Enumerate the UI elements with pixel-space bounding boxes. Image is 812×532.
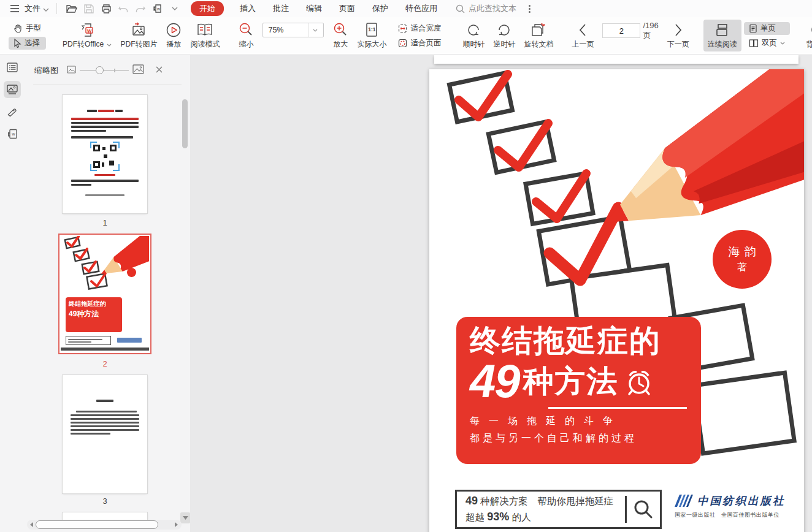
rotate-counterclockwise-button[interactable]: 逆时针	[489, 20, 519, 51]
continuous-read-icon	[714, 22, 730, 38]
thumbnail-page-2-selected[interactable]: 终结拖延症的 49种方法	[58, 234, 151, 354]
publisher-subtitle: 国家一级出版社 全国百佳图书出版单位	[673, 511, 799, 519]
prev-page-button[interactable]: 上一页	[567, 20, 598, 51]
scroll-left-button[interactable]	[27, 522, 36, 527]
continuous-read-button[interactable]: 连续阅读	[703, 20, 741, 51]
file-menu[interactable]: 文件	[25, 3, 40, 14]
select-tool-button[interactable]: 选择	[9, 37, 46, 50]
mini-promo-box	[66, 336, 111, 345]
rotate-document-button[interactable]: 旋转文档	[519, 20, 557, 51]
play-button[interactable]: 播放	[161, 20, 186, 51]
tab-protect[interactable]: 保护	[365, 1, 396, 16]
annotation-panel-icon[interactable]	[4, 103, 21, 120]
horizontal-scroll-thumb[interactable]	[36, 520, 158, 529]
book-title-number: 49	[470, 359, 519, 403]
scroll-down-button[interactable]	[180, 512, 190, 523]
thumbnail-page-3[interactable]	[63, 375, 147, 493]
tab-annotate[interactable]: 批注	[266, 1, 296, 16]
fit-page-icon	[398, 39, 407, 48]
dropdown-chevron-icon	[107, 44, 112, 47]
rotate-clockwise-button[interactable]: 顺时针	[458, 20, 489, 51]
rotate-counterclockwise-icon	[496, 22, 512, 38]
pdf-to-image-button[interactable]: PDF转图片	[116, 20, 161, 51]
rotate-document-icon	[530, 22, 547, 38]
print-icon[interactable]	[99, 2, 113, 15]
export-dropdown-icon[interactable]	[167, 2, 182, 15]
fit-width-icon	[398, 24, 407, 33]
single-page-button[interactable]: 单页	[744, 22, 790, 35]
tab-home[interactable]: 开始	[191, 1, 224, 16]
actual-size-button[interactable]: 1:1 实际大小	[353, 20, 391, 51]
more-options-icon[interactable]	[525, 4, 534, 14]
scroll-right-button[interactable]	[172, 522, 180, 527]
page-number-input[interactable]	[602, 23, 640, 38]
zoom-level-input[interactable]	[263, 26, 308, 34]
zoom-in-icon	[332, 22, 348, 38]
thumbnail-2-label: 2	[63, 359, 147, 368]
svg-text:w: w	[11, 132, 15, 136]
mini-author-badge	[127, 268, 136, 277]
read-mode-icon	[196, 23, 213, 37]
undo-icon[interactable]	[116, 2, 131, 15]
document-area[interactable]: 海韵 著 终结拖延症的 49 种方法	[190, 55, 812, 532]
toolbar: 手型 选择 W PDF转Office PDF转图片	[0, 17, 812, 55]
read-mode-button[interactable]: 阅读模式	[186, 20, 224, 51]
tab-special-apps[interactable]: 特色应用	[398, 1, 445, 16]
thumbnail-page-1[interactable]	[63, 95, 147, 213]
mini-title-block: 终结拖延症的 49种方法	[66, 297, 122, 332]
tab-edit[interactable]: 编辑	[299, 1, 329, 16]
thumbnail-small-icon[interactable]	[67, 65, 76, 76]
zoom-level-combobox[interactable]	[262, 23, 324, 37]
zoom-out-icon	[238, 22, 254, 38]
sidebar-horizontal-scrollbar[interactable]	[27, 520, 182, 530]
outline-panel-icon[interactable]	[4, 59, 21, 76]
svg-text:W: W	[87, 28, 92, 34]
publisher-name: 中国纺织出版社	[697, 493, 786, 508]
play-icon	[166, 22, 182, 38]
pdf-to-office-button[interactable]: W PDF转Office	[58, 20, 116, 51]
mini-cover-art	[61, 236, 149, 297]
sidebar-vertical-scrollbar[interactable]	[182, 99, 188, 148]
thumbnail-large-icon[interactable]	[132, 64, 144, 77]
rotate-clockwise-icon	[465, 22, 481, 38]
hand-icon	[13, 24, 23, 33]
author-badge: 海韵 著	[713, 230, 772, 289]
next-page-button[interactable]: 下一页	[663, 20, 694, 51]
tab-page[interactable]: 页面	[332, 1, 362, 16]
export-doc-icon[interactable]: w	[150, 2, 165, 15]
page-layout-group: 单页 双页	[741, 20, 792, 51]
slider-knob[interactable]	[96, 66, 104, 74]
page-2-cover: 海韵 著 终结拖延症的 49 种方法	[429, 69, 804, 532]
fit-page-button[interactable]: 适合页面	[393, 37, 446, 50]
zoom-dropdown-icon[interactable]	[308, 23, 321, 37]
hand-tool-button[interactable]: 手型	[9, 22, 46, 35]
hamburger-menu-icon[interactable]	[7, 2, 22, 15]
panel-title: 缩略图	[34, 65, 58, 76]
pdf-reader-window: 文件 w 开始 插入 批注 编辑 页面 保护 特色应用	[0, 0, 812, 532]
page-1-bottom-edge	[434, 55, 799, 64]
zoom-out-button[interactable]: 缩小	[234, 20, 258, 51]
open-file-icon[interactable]	[64, 2, 79, 15]
fit-group: 适合宽度 适合页面	[391, 20, 448, 51]
divider	[56, 3, 57, 14]
thumbnail-panel-icon[interactable]	[4, 81, 21, 98]
menu-bar: 文件 w 开始 插入 批注 编辑 页面 保护 特色应用	[0, 0, 812, 17]
fit-width-button[interactable]: 适合宽度	[393, 22, 446, 35]
zoom-in-button[interactable]: 放大	[328, 20, 353, 51]
close-panel-icon[interactable]	[155, 65, 163, 76]
tab-insert[interactable]: 插入	[232, 1, 263, 16]
double-page-button[interactable]: 双页	[744, 37, 790, 50]
save-icon[interactable]	[82, 2, 96, 15]
page-number-group: /196页	[598, 20, 662, 51]
book-subtitle-line2: 都是与另一个自己和解的过程	[470, 432, 689, 445]
thumbnail-size-slider[interactable]	[80, 70, 129, 71]
file-menu-chevron-icon[interactable]	[43, 3, 49, 14]
search-icon	[456, 4, 465, 13]
thumbnail-page-4-partial[interactable]	[63, 512, 147, 520]
convert-panel-icon[interactable]: w	[4, 125, 21, 142]
background-button[interactable]: 背景	[802, 20, 812, 51]
thumbnail-3-label: 3	[63, 496, 147, 506]
find-text-field[interactable]: 点此查找文本	[456, 3, 516, 14]
thumbnail-panel: 缩略图	[25, 55, 190, 532]
redo-icon[interactable]	[133, 2, 148, 15]
